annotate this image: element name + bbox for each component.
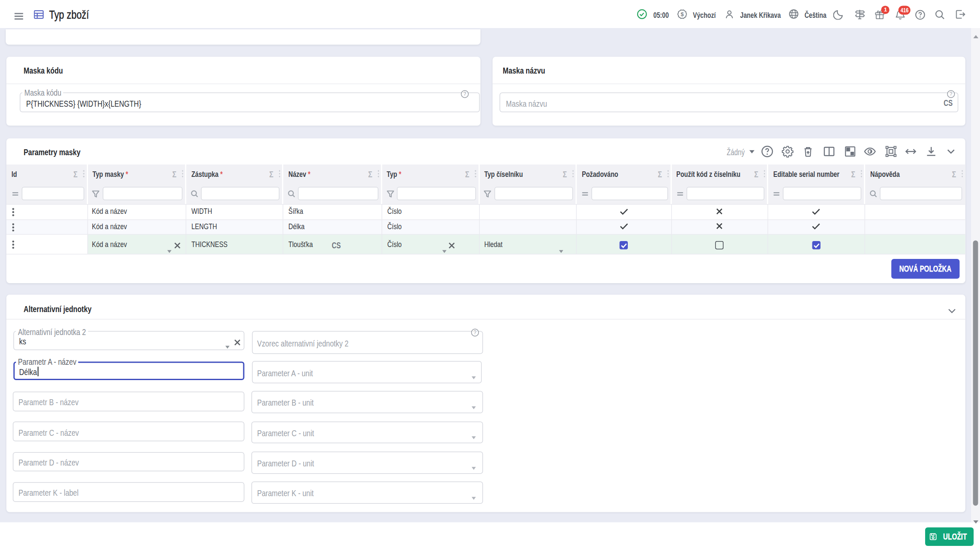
svg-text:?: ?	[474, 329, 477, 335]
svg-text:?: ?	[950, 91, 953, 97]
svg-text:?: ?	[463, 91, 466, 97]
svg-text:$: $	[681, 11, 684, 17]
